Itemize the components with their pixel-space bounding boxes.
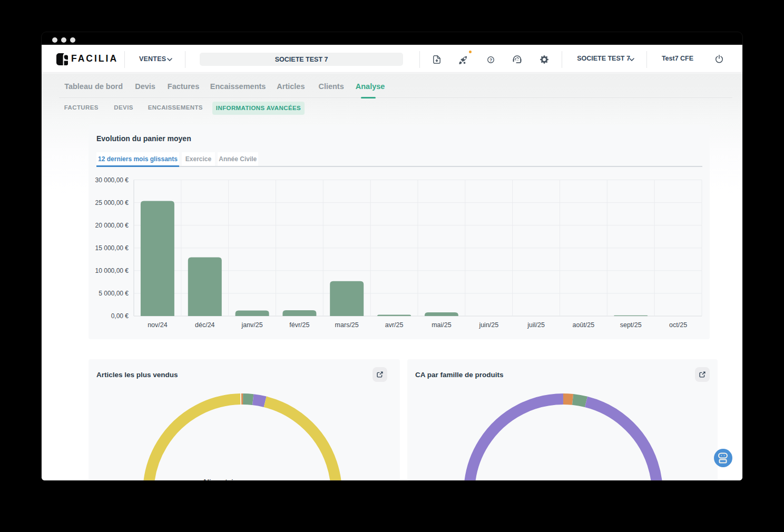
svg-text:25 000,00 €: 25 000,00 € bbox=[95, 199, 129, 206]
svg-text:mai/25: mai/25 bbox=[432, 321, 452, 329]
svg-text:déc/24: déc/24 bbox=[195, 321, 215, 329]
svg-text:juin/25: juin/25 bbox=[478, 321, 498, 329]
svg-text:oct/25: oct/25 bbox=[669, 321, 687, 329]
svg-text:sept/25: sept/25 bbox=[620, 321, 642, 329]
svg-text:févr/25: févr/25 bbox=[289, 321, 309, 329]
svg-text:5 000,00 €: 5 000,00 € bbox=[99, 290, 129, 297]
svg-text:janv/25: janv/25 bbox=[241, 321, 262, 329]
svg-text:nov/24: nov/24 bbox=[148, 321, 168, 329]
svg-text:30 000,00 €: 30 000,00 € bbox=[95, 176, 129, 184]
svg-text:15 000,00 €: 15 000,00 € bbox=[95, 244, 129, 252]
svg-text:10 000,00 €: 10 000,00 € bbox=[95, 267, 129, 274]
svg-text:0,00 €: 0,00 € bbox=[111, 312, 129, 320]
svg-text:?: ? bbox=[489, 57, 492, 62]
svg-text:avr/25: avr/25 bbox=[385, 321, 404, 329]
svg-text:juil/25: juil/25 bbox=[527, 321, 545, 329]
svg-text:mars/25: mars/25 bbox=[335, 321, 359, 329]
svg-text:20 000,00 €: 20 000,00 € bbox=[95, 222, 129, 229]
svg-text:août/25: août/25 bbox=[573, 321, 595, 329]
